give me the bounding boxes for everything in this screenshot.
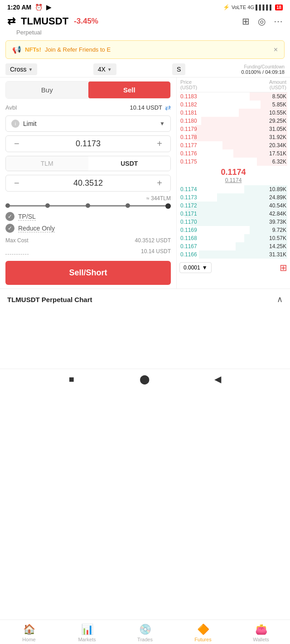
price-increase-button[interactable]: + (153, 139, 166, 149)
buy-amount: 40.54K (233, 202, 286, 209)
nav-wallets[interactable]: 👛 Wallets (232, 624, 290, 642)
sell-amount: 29.25K (233, 118, 286, 124)
android-stop-button[interactable]: ■ (69, 374, 74, 384)
trade-panel: Buy Sell Avbl 10.14 USDT ⇄ i Limit ▼ − 0… (0, 77, 177, 288)
sell-amount: 31.92K (233, 134, 286, 140)
buy-tab[interactable]: Buy (6, 82, 88, 98)
funding-label: Funding/Countdown (242, 64, 285, 69)
wallets-label: Wallets (253, 637, 269, 642)
slider-dot-50[interactable] (86, 203, 90, 208)
sell-price: 0.1176 (180, 150, 233, 157)
trades-icon: 💿 (139, 624, 151, 635)
tlm-tab[interactable]: TLM (6, 156, 88, 171)
usdt-tab[interactable]: USDT (88, 156, 171, 171)
trades-label: Trades (137, 637, 153, 642)
buy-order-row[interactable]: 0.1166 31.31K (179, 250, 287, 259)
home-icon: 🏠 (23, 624, 35, 635)
swap-icon[interactable]: ⇄ (7, 15, 15, 27)
tick-size-selector[interactable]: 0.0001 ▼ (179, 262, 212, 273)
buy-order-row[interactable]: 0.1170 39.73K (179, 218, 287, 226)
reduce-only-label: Reduce Only (18, 225, 55, 232)
order-type-short-dropdown[interactable]: S (172, 63, 185, 75)
header: ⇄ TLMUSDT -3.45% ⊞ ◎ ⋯ (0, 13, 290, 29)
amount-decrease-button[interactable]: − (10, 178, 23, 188)
sell-short-button[interactable]: Sell/Short (5, 261, 171, 285)
slider-dot-100[interactable] (165, 203, 171, 209)
sell-amount: 8.50K (233, 93, 286, 100)
alarm-icon: ⏰ (35, 4, 43, 11)
buy-amount: 39.73K (233, 219, 286, 225)
sell-order-row[interactable]: 0.1182 5.85K (179, 101, 287, 109)
amount-approx: ≈ 344TLM (5, 195, 171, 202)
price-change: -3.45% (74, 17, 98, 26)
slider-dot-75[interactable] (126, 203, 130, 208)
available-balance-row: Avbl 10.14 USDT ⇄ (5, 103, 171, 112)
max-cost-value1: 40.3512 USDT (135, 237, 171, 244)
order-type-short-label: S (177, 66, 181, 73)
nav-home[interactable]: 🏠 Home (0, 624, 58, 642)
transfer-icon[interactable]: ⇄ (165, 103, 171, 112)
sell-order-row[interactable]: 0.1176 17.51K (179, 149, 287, 158)
price-input[interactable]: 0.1173 (23, 139, 154, 149)
buy-amount: 9.72K (233, 227, 286, 233)
current-price-sub: 0.1174 (179, 177, 287, 183)
current-price-display: 0.1174 0.1174 (179, 166, 287, 185)
banner-close-button[interactable]: × (274, 46, 278, 54)
nav-markets[interactable]: 📊 Markets (58, 624, 116, 642)
amount-input-row: − 40.3512 + (5, 175, 171, 192)
slider-dot-0[interactable] (5, 203, 10, 208)
buy-price: 0.1173 (180, 194, 233, 201)
order-type-selector[interactable]: i Limit ▼ (5, 115, 171, 132)
chart-section: TLMUSDT Perpetual Chart ∧ (0, 288, 290, 310)
amount-input[interactable]: 40.3512 (23, 178, 154, 188)
sell-order-row[interactable]: 0.1178 31.92K (179, 133, 287, 141)
buy-order-row[interactable]: 0.1172 40.54K (179, 202, 287, 210)
price-decrease-button[interactable]: − (10, 139, 23, 149)
status-right: ⚡ VoLTE 4G ▌▌▌▌▌ 18 (223, 4, 283, 10)
sell-amount: 6.32K (233, 159, 286, 165)
buy-order-row[interactable]: 0.1171 42.84K (179, 210, 287, 218)
buy-order-row[interactable]: 0.1168 10.57K (179, 234, 287, 242)
funding-info: Funding/Countdown 0.0100% / 04:09:18 (242, 64, 285, 75)
order-book: Price (USDT) Amount (USDT) 0.1183 8.50K … (177, 77, 290, 288)
sell-amount: 17.51K (233, 150, 286, 157)
sell-order-row[interactable]: 0.1177 20.34K (179, 141, 287, 149)
buy-amount: 42.84K (233, 211, 286, 217)
leverage-dropdown[interactable]: 4X ▼ (93, 63, 116, 75)
symbol-label[interactable]: TLMUSDT (21, 15, 68, 27)
columns-icon[interactable]: ⊞ (242, 16, 250, 27)
tick-dropdown-arrow: ▼ (202, 264, 208, 271)
buy-order-row[interactable]: 0.1169 9.72K (179, 226, 287, 234)
slider-dot-25[interactable] (45, 203, 50, 208)
android-home-button[interactable]: ⬤ (140, 374, 150, 384)
grid-view-icon[interactable]: ⊞ (280, 262, 287, 273)
ob-price-header: Price (USDT) (180, 79, 197, 90)
buy-order-row[interactable]: 0.1174 10.89K (179, 185, 287, 193)
sell-order-row[interactable]: 0.1180 29.25K (179, 117, 287, 125)
sell-order-row[interactable]: 0.1181 10.55K (179, 109, 287, 117)
buy-price: 0.1172 (180, 202, 233, 209)
margin-mode-dropdown[interactable]: Cross ▼ (5, 63, 37, 75)
sell-order-row[interactable]: 0.1175 6.32K (179, 158, 287, 166)
tpsl-row[interactable]: ✓ TP/SL (5, 212, 171, 221)
tpsl-check-icon: ✓ (5, 212, 14, 221)
amount-increase-button[interactable]: + (153, 178, 166, 188)
more-icon[interactable]: ⋯ (274, 16, 283, 27)
buy-order-row[interactable]: 0.1167 14.25K (179, 242, 287, 250)
nav-trades[interactable]: 💿 Trades (116, 624, 174, 642)
android-back-button[interactable]: ◀ (214, 374, 221, 384)
amount-slider[interactable] (5, 205, 171, 207)
ob-amount-header: Amount (USDT) (269, 79, 286, 90)
sell-order-row[interactable]: 0.1183 8.50K (179, 92, 287, 101)
buy-orders: 0.1174 10.89K 0.1173 24.89K 0.1172 40.54… (179, 185, 287, 259)
buy-order-row[interactable]: 0.1173 24.89K (179, 193, 287, 202)
chart-toggle-button[interactable]: ∧ (277, 294, 283, 304)
sell-tab[interactable]: Sell (88, 82, 171, 98)
home-label: Home (22, 637, 35, 642)
banner-text[interactable]: Join & Refer Friends to E (45, 46, 111, 53)
sell-order-row[interactable]: 0.1179 31.05K (179, 125, 287, 133)
reduce-only-row[interactable]: ✓ Reduce Only (5, 224, 171, 233)
nav-futures[interactable]: 🔶 Futures (174, 624, 232, 642)
settings-icon[interactable]: ◎ (258, 16, 266, 27)
price-input-row: − 0.1173 + (5, 135, 171, 152)
